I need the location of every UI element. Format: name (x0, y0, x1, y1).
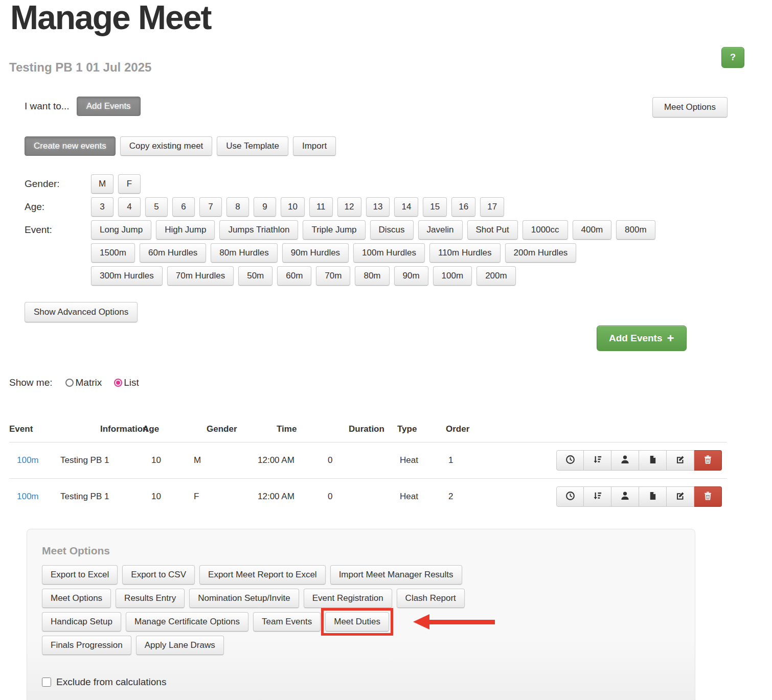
duration-cell: 0 (328, 455, 400, 465)
event-option-button[interactable]: 80m Hurdles (211, 243, 277, 263)
show-me-row: Show me: Matrix List (9, 377, 139, 388)
panel-button[interactable]: Import Meet Manager Results (330, 565, 462, 585)
mode-tab-button[interactable]: Use Template (217, 136, 288, 156)
sort-order-button[interactable] (584, 486, 611, 507)
panel-button[interactable]: Manage Certificate Options (126, 612, 248, 632)
event-option-button[interactable]: 100m (433, 266, 472, 286)
age-option-button[interactable]: 7 (199, 197, 222, 217)
event-option-button[interactable]: Long Jump (91, 220, 151, 240)
add-events-mode-button[interactable]: Add Events (77, 97, 141, 116)
event-option-button[interactable]: 70m Hurdles (167, 266, 234, 286)
event-option-button[interactable]: 50m (238, 266, 273, 286)
event-option-button[interactable]: Discus (370, 220, 414, 240)
type-cell: Heat (400, 492, 448, 502)
panel-button[interactable]: Export Meet Report to Excel (199, 565, 326, 585)
age-option-button[interactable]: 17 (480, 197, 504, 217)
panel-button[interactable]: Finals Progression (42, 636, 131, 655)
show-me-radio-option[interactable]: Matrix (65, 377, 102, 388)
panel-button-wrapper: Meet Duties (321, 608, 393, 636)
add-events-submit-button[interactable]: Add Events + (597, 325, 687, 351)
edit-icon (675, 491, 685, 502)
exclude-from-calculations-checkbox[interactable] (42, 678, 51, 687)
age-option-button[interactable]: 9 (254, 197, 276, 217)
panel-button[interactable]: Meet Duties (325, 612, 389, 632)
event-option-button[interactable]: 1500m (91, 243, 135, 263)
event-option-button[interactable]: Jumps Triathlon (219, 220, 298, 240)
event-option-button[interactable]: 60m Hurdles (140, 243, 206, 263)
sort-order-button[interactable] (584, 450, 611, 471)
event-link[interactable]: 100m (17, 455, 39, 465)
show-me-radio-option[interactable]: List (114, 377, 139, 388)
age-option-button[interactable]: 12 (337, 197, 361, 217)
clock-button[interactable] (556, 450, 584, 471)
panel-button[interactable]: Meet Options (42, 589, 111, 608)
delete-button[interactable] (694, 450, 722, 471)
delete-button[interactable] (694, 486, 722, 507)
event-option-button[interactable]: 110m Hurdles (429, 243, 501, 263)
event-option-button[interactable]: 400m (573, 220, 612, 240)
meet-options-button[interactable]: Meet Options (652, 97, 728, 118)
event-link[interactable]: 100m (17, 492, 39, 501)
radio-icon[interactable] (65, 379, 74, 387)
athlete-button[interactable] (611, 450, 639, 471)
edit-button[interactable] (667, 450, 694, 471)
help-button[interactable]: ? (721, 47, 744, 68)
edit-button[interactable] (667, 486, 694, 507)
event-option-button[interactable]: Triple Jump (303, 220, 365, 240)
age-option-button[interactable]: 6 (172, 197, 195, 217)
show-advanced-options-button[interactable]: Show Advanced Options (25, 302, 138, 322)
panel-button[interactable]: Export to Excel (42, 565, 118, 585)
event-option-button[interactable]: 90m Hurdles (282, 243, 349, 263)
column-header: Age (143, 424, 207, 434)
mode-tab-button[interactable]: Import (293, 136, 336, 156)
age-option-button[interactable]: 3 (91, 197, 113, 217)
age-option-button[interactable]: 15 (423, 197, 447, 217)
events-table: EventInformationAgeGenderTimeDurationTyp… (9, 419, 727, 515)
event-option-button[interactable]: 800m (616, 220, 655, 240)
event-option-button[interactable]: 70m (316, 266, 350, 286)
age-option-button[interactable]: 4 (118, 197, 141, 217)
report-button[interactable] (639, 450, 667, 471)
panel-button[interactable]: Nomination Setup/Invite (189, 589, 299, 608)
panel-button[interactable]: Handicap Setup (42, 612, 121, 632)
panel-button[interactable]: Export to CSV (122, 565, 195, 585)
age-option-button[interactable]: 5 (145, 197, 168, 217)
age-option-button[interactable]: 8 (226, 197, 249, 217)
clock-button[interactable] (556, 486, 584, 507)
panel-button[interactable]: Team Events (253, 612, 321, 632)
clock-icon (565, 455, 575, 466)
age-option-button[interactable]: 14 (394, 197, 418, 217)
age-option-button[interactable]: 10 (281, 197, 305, 217)
type-cell: Heat (400, 455, 448, 465)
event-option-button[interactable]: Javelin (418, 220, 463, 240)
age-option-button[interactable]: 13 (366, 197, 390, 217)
mode-tab-button[interactable]: Copy existing meet (120, 136, 213, 156)
age-option-button[interactable]: 11 (309, 197, 333, 217)
event-option-button[interactable]: 90m (394, 266, 428, 286)
panel-button[interactable]: Results Entry (116, 589, 185, 608)
radio-icon[interactable] (114, 379, 122, 387)
panel-button[interactable]: Event Registration (304, 589, 392, 608)
mode-tab-button[interactable]: Create new events (25, 136, 116, 156)
gender-option-button[interactable]: F (118, 174, 141, 194)
age-cell: 10 (151, 492, 194, 502)
age-option-button[interactable]: 16 (451, 197, 475, 217)
event-option-button[interactable]: High Jump (156, 220, 215, 240)
athlete-button[interactable] (611, 486, 639, 507)
panel-button[interactable]: Clash Report (397, 589, 465, 608)
event-option-button[interactable]: 1000cc (523, 220, 568, 240)
column-header: Order (446, 424, 469, 434)
report-button[interactable] (639, 486, 667, 507)
event-option-button[interactable]: 200m Hurdles (505, 243, 577, 263)
gender-option-button[interactable]: M (91, 174, 113, 194)
event-option-button[interactable]: Shot Put (467, 220, 518, 240)
column-header: Time (277, 424, 349, 434)
event-option-button[interactable]: 60m (277, 266, 311, 286)
table-body: 100m Testing PB 1 10 M 12:00 AM 0 Heat 1 (9, 442, 727, 515)
event-option-button[interactable]: 100m Hurdles (353, 243, 425, 263)
event-option-button[interactable]: 200m (476, 266, 516, 286)
event-option-button[interactable]: 300m Hurdles (91, 266, 163, 286)
event-option-button[interactable]: 80m (355, 266, 389, 286)
radio-label: List (124, 377, 139, 388)
panel-button[interactable]: Apply Lane Draws (136, 636, 224, 655)
